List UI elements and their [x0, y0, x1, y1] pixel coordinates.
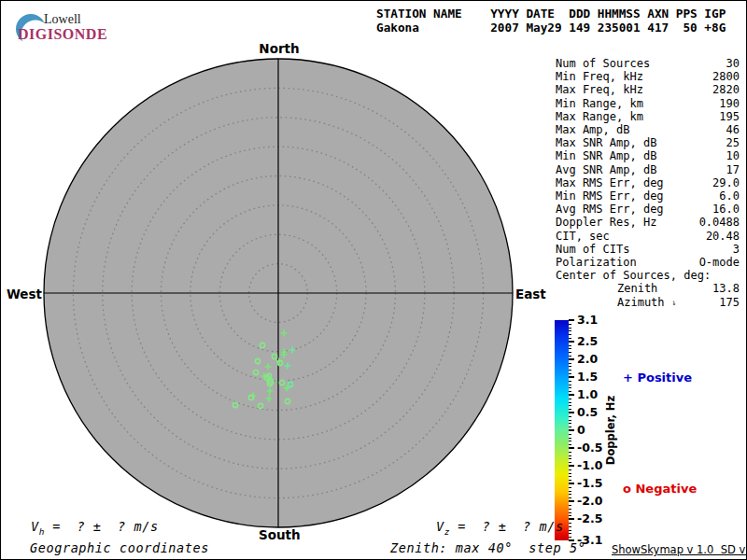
param-value: 0.0488	[699, 216, 740, 229]
param-value: 46	[726, 123, 740, 136]
colorbar-tick-label: -0.5	[577, 442, 602, 454]
colorbar-tick-label: 2.0	[577, 354, 598, 365]
param-row: Max RMS Err, deg29.0	[556, 176, 740, 189]
vh-readout: Vh = ? ± ? m/s	[31, 519, 159, 537]
param-value: 30	[726, 57, 740, 70]
param-value: 190	[719, 97, 740, 110]
param-value: 175	[719, 296, 740, 310]
param-row: Avg SNR Amp, dB17	[556, 163, 740, 176]
coordinates-note: Geographic coordinates	[30, 540, 209, 555]
param-row: Min SNR Amp, dB10	[556, 149, 740, 162]
param-row: Avg RMS Err, deg16.0	[556, 203, 740, 216]
param-value: 2820	[712, 83, 740, 96]
header-column-titles: STATION NAME YYYY DATE DDD HHMMSS AXN PP…	[376, 7, 726, 21]
param-label: Min SNR Amp, dB	[556, 149, 656, 162]
param-label: Min RMS Err, deg	[556, 189, 664, 203]
param-row: Max Range, km195	[556, 110, 740, 123]
header-values: Gakona 2007 May29 149 235001 417 50 +8G	[376, 21, 726, 35]
param-label: Azimuth ↑	[617, 296, 676, 310]
param-value: 17	[726, 163, 740, 176]
param-label: Center of Sources, deg:	[556, 269, 711, 282]
param-label: Max SNR Amp, dB	[556, 136, 656, 149]
program-version-label: ShowSkymap v 1.0 SD v 4.2	[612, 543, 747, 556]
colorbar-axis-label: Doppler, Hz	[604, 396, 617, 465]
colorbar-major-tick	[569, 465, 574, 467]
param-value: 2800	[712, 70, 740, 83]
colorbar-tick-label: -1.5	[577, 478, 602, 489]
colorbar-major-tick	[569, 447, 574, 449]
param-row: Min Freq, kHz2800	[556, 70, 740, 83]
compass-east-label: East	[515, 287, 546, 301]
param-row: Max SNR Amp, dB25	[556, 136, 740, 149]
colorbar-major-tick	[569, 358, 574, 360]
colorbar-tick-label: 1.5	[577, 371, 598, 383]
param-row: Doppler Res, Hz0.0488	[556, 216, 740, 229]
colorbar-tick-label: -2.0	[577, 496, 602, 507]
param-label: Min Freq, kHz	[556, 70, 643, 83]
azimuth-direction-icon: ↑	[670, 296, 678, 310]
logo-lowell-text: Lowell	[44, 12, 81, 27]
param-row: Center of Sources, deg:	[556, 269, 740, 282]
param-row: Zenith13.8	[556, 282, 740, 295]
colorbar-tick-label: -1.0	[577, 460, 602, 471]
param-value: 13.8	[712, 282, 740, 295]
param-label: Num of Sources	[556, 57, 650, 70]
colorbar-tick-label: -2.5	[577, 513, 602, 525]
param-label: Min Range, km	[556, 97, 643, 110]
colorbar-tick-label: 3.1	[577, 315, 598, 326]
param-label: Zenith	[617, 282, 657, 295]
param-row: Num of Sources30	[556, 57, 740, 70]
colorbar-major-tick	[569, 483, 574, 484]
legend-negative: o Negative	[623, 482, 697, 496]
colorbar-major-tick	[569, 412, 574, 413]
colorbar-major-tick	[569, 341, 574, 343]
param-label: Max Range, km	[556, 110, 643, 123]
param-label: Num of CITs	[556, 243, 629, 256]
colorbar-major-tick	[569, 394, 574, 396]
param-row: Num of CITs3	[556, 243, 740, 256]
colorbar-major-tick	[569, 518, 574, 520]
legend-positive: + Positive	[623, 371, 692, 385]
param-value: 20.48	[706, 230, 740, 243]
param-label: Max Freq, kHz	[556, 83, 643, 96]
param-label: Avg SNR Amp, dB	[556, 163, 656, 176]
param-label: Max Amp, dB	[556, 123, 629, 136]
param-label: CIT, sec	[556, 230, 610, 243]
param-value: O-mode	[699, 256, 740, 269]
param-label: Polarization	[556, 256, 637, 269]
param-row: Max Freq, kHz2820	[556, 83, 740, 96]
doppler-colorbar	[555, 320, 569, 540]
compass-west-label: West	[1, 287, 42, 301]
compass-north-label: North	[259, 41, 300, 56]
param-value: 25	[726, 136, 740, 149]
logo-digisonde-text: DIGISONDE	[18, 26, 107, 43]
param-value: 10	[726, 149, 740, 162]
param-row: Min Range, km190	[556, 97, 740, 110]
colorbar-major-tick	[569, 500, 574, 502]
colorbar-tick-label: 2.5	[577, 336, 598, 347]
param-label: Avg RMS Err, deg	[556, 203, 664, 216]
param-row: Max Amp, dB46	[556, 123, 740, 136]
vz-readout: Vz = ? ± ? m/s	[436, 519, 564, 537]
colorbar-major-tick	[569, 376, 574, 378]
param-label: Doppler Res, Hz	[556, 216, 656, 229]
compass-south-label: South	[259, 527, 300, 542]
param-value: 195	[719, 110, 740, 123]
colorbar-tick-label: 1.0	[577, 389, 598, 400]
colorbar-tick-label: 0.5	[577, 407, 598, 418]
parameter-panel: Num of Sources30Min Freq, kHz2800Max Fre…	[556, 57, 740, 310]
param-value: 3	[733, 243, 740, 256]
param-value: 29.0	[712, 176, 740, 189]
param-row: Min RMS Err, deg6.0	[556, 189, 740, 203]
colorbar-tick-label: 0	[577, 425, 585, 436]
param-row: CIT, sec20.48	[556, 230, 740, 243]
param-value: 6.0	[719, 189, 740, 203]
param-value: 16.0	[712, 203, 740, 216]
zenith-scale-note: Zenith: max 40° step 5°	[390, 540, 585, 555]
showskymap-window: Lowell DIGISONDE STATION NAME YYYY DATE …	[0, 0, 747, 560]
param-label: Max RMS Err, deg	[556, 176, 664, 189]
param-row: Azimuth ↑175	[556, 296, 740, 310]
param-row: PolarizationO-mode	[556, 256, 740, 269]
colorbar-major-tick	[569, 429, 574, 431]
colorbar-major-tick	[569, 319, 574, 321]
